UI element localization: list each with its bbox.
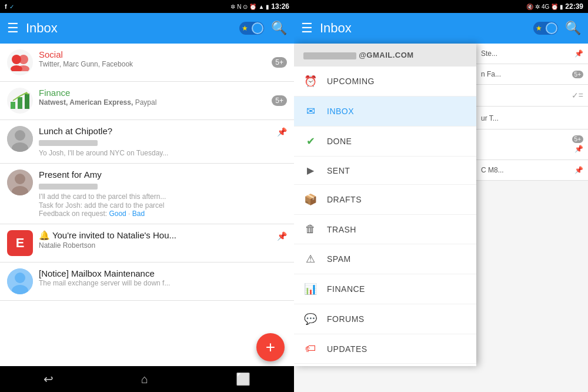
email-content-finance: Finance Natwest, American Express, Paypa… xyxy=(39,88,266,107)
toggle-star-left: ★ xyxy=(242,24,248,32)
email-sender-amy: Present for Amy xyxy=(39,170,287,180)
drawer-item-done[interactable]: ✔ DONE xyxy=(294,127,476,157)
status-bar-left: f ✓ ✲ N ⊙ ⏰ ▲ ▮ 13:26 xyxy=(0,0,294,13)
drawer-label-drafts: DRAFTS xyxy=(327,195,362,204)
search-icon-left[interactable]: 🔍 xyxy=(271,21,287,36)
upcoming-icon: ⏰ xyxy=(303,75,318,88)
email-badge-social: 5+ xyxy=(272,57,287,68)
drawer-label-finance: FINANCE xyxy=(327,284,365,294)
svg-point-12 xyxy=(15,174,25,184)
trash-icon: 🗑 xyxy=(303,223,318,235)
signal-icon: N xyxy=(237,4,241,10)
bg-badge-2: 5+ xyxy=(572,71,583,78)
wifi-icon2: ⊙ xyxy=(243,4,248,10)
compose-icon: + xyxy=(266,338,275,357)
search-icon-right[interactable]: 🔍 xyxy=(565,21,581,36)
drawer-label-forums: FORUMS xyxy=(327,314,365,324)
email-item-amy[interactable]: Present for Amy I'll add the card to the… xyxy=(0,164,294,224)
drawer-item-inbox[interactable]: ✉ INBOX xyxy=(294,97,476,127)
menu-button-right[interactable]: ☰ xyxy=(301,21,313,36)
status-time-left: 13:26 xyxy=(271,2,289,11)
email-domain: @GMAIL.COM xyxy=(359,51,414,59)
email-meta-social: Twitter, Marc Gunn, Facebook xyxy=(39,60,266,68)
email-sender-natalie: 🔔 You're invited to Natalie's Hou... xyxy=(39,230,287,241)
bg-text-2: n Fa... xyxy=(481,70,501,78)
recent-button-left[interactable]: ⬜ xyxy=(236,372,250,386)
bg-pin-6: 📌 xyxy=(574,166,583,174)
network-icon-r: 4G xyxy=(542,4,549,10)
avatar-amy xyxy=(7,170,33,195)
check-icon: ✓ xyxy=(9,4,14,10)
drawer-label-inbox: INBOX xyxy=(327,107,354,116)
spam-icon: ⚠ xyxy=(303,253,318,265)
email-badge-finance: 5+ xyxy=(272,95,287,106)
status-icons-right: ✲ N ⊙ ⏰ ▲ ▮ 13:26 xyxy=(230,2,289,11)
email-preview-amy: I'll add the card to the parcel this aft… xyxy=(39,192,287,201)
volume-icon: 🔇 xyxy=(526,4,533,10)
drawer-label-spam: SPAM xyxy=(327,254,351,264)
drawer-item-finance[interactable]: 📊 FINANCE xyxy=(294,274,476,304)
bg-text-4: ur T... xyxy=(481,114,499,122)
drawer-label-done: DONE xyxy=(327,137,352,146)
svg-point-9 xyxy=(15,130,25,141)
phone-left: f ✓ ✲ N ⊙ ⏰ ▲ ▮ 13:26 ☰ Inbox ★ 🔍 xyxy=(0,0,294,392)
feedback-bad[interactable]: Bad xyxy=(132,210,145,218)
drawer-email[interactable]: @GMAIL.COM xyxy=(294,44,476,67)
feedback-good[interactable]: Good xyxy=(109,210,126,218)
menu-button-left[interactable]: ☰ xyxy=(7,21,19,36)
bg-badge-5: 5+ xyxy=(572,135,583,143)
status-bar-right: 🔇 ✲ 4G ⏰ ▮ 22:39 xyxy=(294,0,588,13)
bg-pin-1: 📌 xyxy=(574,49,583,58)
bg-email-6: C M8... 📌 xyxy=(476,160,588,181)
email-sender-finance: Finance xyxy=(39,88,266,98)
email-item-social[interactable]: Social Twitter, Marc Gunn, Facebook 5+ xyxy=(0,44,294,82)
pin-icon-chipotle: 📌 xyxy=(277,127,287,137)
inbox-icon: ✉ xyxy=(303,105,318,118)
toggle-button-left[interactable]: ★ xyxy=(239,22,264,35)
drawer-item-sent[interactable]: ▶ SENT xyxy=(294,157,476,185)
fb-icon: f xyxy=(5,3,7,10)
bg-email-4: ur T... xyxy=(476,107,588,129)
email-item-natalie[interactable]: E 🔔 You're invited to Natalie's Hou... N… xyxy=(0,224,294,263)
alarm-icon-r: ⏰ xyxy=(551,4,558,10)
drawer-item-upcoming[interactable]: ⏰ UPCOMING xyxy=(294,67,476,97)
toggle-knob-right xyxy=(546,22,557,34)
drawer-item-spam[interactable]: ⚠ SPAM xyxy=(294,244,476,274)
email-content-chipotle: Lunch at Chipotle? Yo Josh, I'll be arou… xyxy=(39,126,287,157)
svg-point-15 xyxy=(15,273,25,283)
drawer-item-updates[interactable]: 🏷 UPDATES xyxy=(294,334,476,364)
bg-pin-5: 📌 xyxy=(574,145,583,153)
forums-icon: 💬 xyxy=(303,313,318,325)
drawer-item-drafts[interactable]: 📦 DRAFTS xyxy=(294,185,476,215)
toggle-star-right: ★ xyxy=(536,24,542,32)
email-blur xyxy=(303,52,356,59)
drafts-icon: 📦 xyxy=(303,193,318,206)
drawer-label-trash: TRASH xyxy=(327,225,356,234)
app-letter: E xyxy=(16,235,25,251)
app-header-left: ☰ Inbox ★ 🔍 xyxy=(0,13,294,44)
email-meta-finance: Natwest, American Express, Paypal xyxy=(39,98,266,107)
svg-rect-5 xyxy=(18,97,22,109)
drawer-item-trash[interactable]: 🗑 TRASH xyxy=(294,215,476,244)
email-list-left: Social Twitter, Marc Gunn, Facebook 5+ xyxy=(0,44,294,366)
email-sender-social: Social xyxy=(39,49,266,59)
home-button-left[interactable]: ⌂ xyxy=(141,373,148,386)
email-content-natalie: 🔔 You're invited to Natalie's Hou... Nat… xyxy=(39,230,287,250)
back-button-left[interactable]: ↩ xyxy=(44,372,54,386)
toggle-button-right[interactable]: ★ xyxy=(533,22,558,35)
drawer-item-forums[interactable]: 💬 FORUMS xyxy=(294,304,476,334)
email-item-chipotle[interactable]: Lunch at Chipotle? Yo Josh, I'll be arou… xyxy=(0,120,294,164)
svg-point-1 xyxy=(19,55,28,64)
bluetooth-icon: ✲ xyxy=(230,4,235,10)
status-icons-right-right: 🔇 ✲ 4G ⏰ ▮ 22:39 xyxy=(526,2,583,11)
svg-rect-6 xyxy=(25,94,29,109)
email-preview-amy2: Task for Josh: add the card to the parce… xyxy=(39,201,287,210)
compose-fab-left[interactable]: + xyxy=(256,333,285,361)
email-item-notice[interactable]: [Notice] Mailbox Maintenance The mail ex… xyxy=(0,263,294,301)
bg-email-1: Ste... 📌 xyxy=(476,44,588,64)
avatar-natalie: E xyxy=(7,230,33,256)
bluetooth-icon-r: ✲ xyxy=(535,4,540,10)
email-item-finance[interactable]: Finance Natwest, American Express, Paypa… xyxy=(0,82,294,120)
nav-drawer: @GMAIL.COM ⏰ UPCOMING ✉ INBOX ✔ DONE ▶ S… xyxy=(294,44,476,366)
avatar-social xyxy=(7,49,33,75)
